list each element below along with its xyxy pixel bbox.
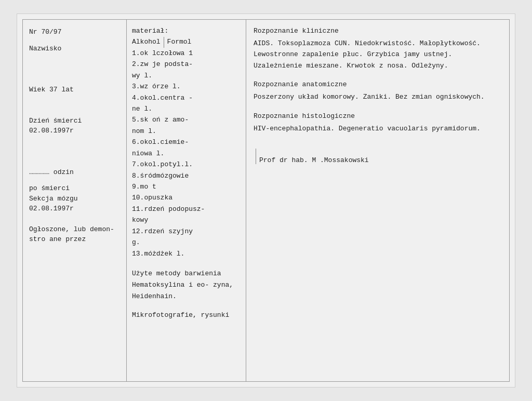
kliniczne-content: AIDS. Toksoplazmoza CUN. Niedokrwistość.… bbox=[254, 38, 502, 71]
list-item: 5.sk oń z amo- bbox=[132, 114, 241, 125]
po-smierci-label: po śmierci bbox=[29, 183, 120, 194]
list-item: 13.móżdżek l. bbox=[132, 248, 241, 259]
mikro: Mikrofotografie, rysunki bbox=[132, 311, 241, 319]
vertical-line-1 bbox=[256, 149, 256, 164]
ogloszone-label: Ogłoszone, lub demon-stro ane przez bbox=[29, 224, 120, 245]
list-item: 1.ok lczołowa 1 bbox=[132, 48, 241, 59]
list-item: 8.śródmózgowie bbox=[132, 170, 241, 181]
anatomiczne-title: Rozpoznanie anatomiczne bbox=[254, 81, 502, 88]
used-methods: Użyte metody barwienia Hematoksylina i e… bbox=[132, 270, 241, 302]
wiek-label: Wiek bbox=[29, 86, 45, 93]
kliniczne-title: Rozpoznanie kliniczne bbox=[254, 27, 502, 35]
list-item: 3.wz órze l. bbox=[132, 81, 241, 92]
dzien-smierci-value: 02.08.1997r bbox=[29, 126, 120, 136]
wiek-field: Wiek 37 lat bbox=[29, 85, 120, 95]
histologiczne-section: Rozpoznanie histologiczne HIV-encephalop… bbox=[254, 112, 502, 134]
odzin-dots: …………… bbox=[29, 168, 49, 176]
odzin-field: …………… odzin bbox=[29, 167, 120, 178]
col-right: Rozpoznanie kliniczne AIDS. Toksoplazmoz… bbox=[246, 20, 509, 381]
nr-value: 70/97 bbox=[41, 28, 61, 36]
list-item: 6.okol.ciemie- bbox=[132, 137, 241, 148]
list-item: g. bbox=[132, 237, 241, 248]
wiek-value: 37 lat bbox=[49, 86, 74, 93]
doc-body: Nr 70/97 Nazwisko Wiek 37 lat Dzień śmie… bbox=[22, 19, 510, 382]
list-item: 12.rdzeń szyjny bbox=[132, 226, 241, 237]
list-item: nom l. bbox=[132, 126, 241, 137]
dzien-smierci-field: Dzień śmierci 02.08.1997r bbox=[29, 116, 120, 136]
alkohol-col: Alkohol bbox=[132, 37, 161, 48]
kliniczne-section: Rozpoznanie kliniczne AIDS. Toksoplazmoz… bbox=[254, 27, 502, 71]
list-item: 11.rdzeń podopusz- bbox=[132, 204, 241, 215]
material-header: materiał: bbox=[132, 27, 241, 35]
numbered-list: 1.ok lczołowa 12.zw je podsta- wy l.3.wz… bbox=[132, 48, 241, 259]
formol-label: Formol bbox=[167, 37, 192, 48]
document: Nr 70/97 Nazwisko Wiek 37 lat Dzień śmie… bbox=[17, 14, 515, 387]
col-left: Nr 70/97 Nazwisko Wiek 37 lat Dzień śmie… bbox=[23, 20, 127, 381]
list-item: 4.okol.centra - bbox=[132, 92, 241, 103]
histologiczne-content: HIV-encephalopathia. Degeneratio vacuola… bbox=[254, 123, 502, 134]
col-middle: materiał: Alkohol Formol 1.ok lczołowa 1… bbox=[127, 20, 246, 381]
used-methods-title: Użyte metody barwienia bbox=[132, 270, 241, 277]
list-item: ne l. bbox=[132, 103, 241, 114]
list-item: 9.mo t bbox=[132, 181, 241, 192]
signature-text: Prof dr hab. M .Mossakowski bbox=[259, 156, 369, 164]
anatomiczne-section: Rozpoznanie anatomiczne Poszerzony układ… bbox=[254, 81, 502, 102]
list-item: 10.opuszka bbox=[132, 192, 241, 203]
po-smierci-field: po śmierci Sekcja mózgu 02.08.1997r bbox=[29, 183, 120, 214]
anatomiczne-content: Poszerzony układ komorowy. Zaniki. Bez z… bbox=[254, 91, 502, 102]
nr-field: Nr 70/97 bbox=[29, 27, 120, 37]
list-item: wy l. bbox=[132, 70, 241, 81]
list-item: 7.okol.potyl.l. bbox=[132, 159, 241, 170]
histologiczne-title: Rozpoznanie histologiczne bbox=[254, 112, 502, 120]
sekcja-value: 02.08.1997r bbox=[29, 204, 120, 214]
dzien-smierci-label: Dzień śmierci bbox=[29, 116, 120, 126]
list-item: niowa l. bbox=[132, 148, 241, 159]
odzin-label: odzin bbox=[54, 168, 74, 176]
signature-line: Prof dr hab. M .Mossakowski bbox=[254, 149, 502, 164]
ogloszone-field: Ogłoszone, lub demon-stro ane przez bbox=[29, 224, 120, 245]
sekcja-label: Sekcja mózgu bbox=[29, 194, 120, 204]
list-item: 2.zw je podsta- bbox=[132, 59, 241, 70]
nazwisko-label: Nazwisko bbox=[29, 44, 120, 54]
used-methods-value: Hematoksylina i eo- zyna, Heidenhain. bbox=[132, 279, 241, 302]
material-cols: Alkohol Formol bbox=[132, 37, 241, 48]
nazwisko-field: Nazwisko bbox=[29, 44, 120, 54]
formol-col: Formol bbox=[164, 37, 192, 48]
alkohol-label: Alkohol bbox=[132, 37, 161, 48]
nr-label: Nr bbox=[29, 28, 37, 36]
material-label: materiał: bbox=[132, 27, 168, 35]
list-item: kowy bbox=[132, 215, 241, 225]
